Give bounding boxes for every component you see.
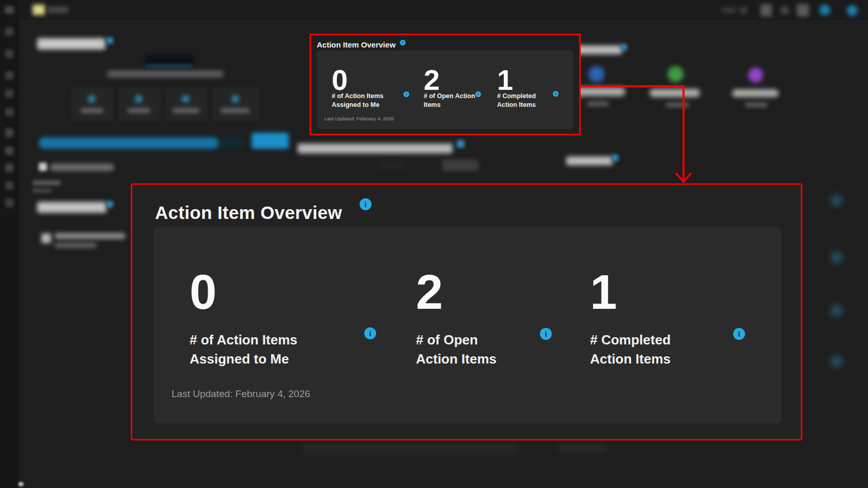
info-icon[interactable]	[830, 355, 843, 368]
info-icon[interactable]: i	[733, 328, 745, 340]
info-icon[interactable]: i	[364, 327, 376, 339]
app-logo-text	[47, 7, 69, 13]
sidebar-item-icon[interactable]	[5, 71, 13, 80]
info-icon-glyph: i	[369, 329, 371, 338]
search-label	[721, 7, 737, 13]
stat-value: 1	[497, 64, 513, 96]
search-icon[interactable]	[740, 7, 747, 14]
card-panel: 0 2 1 # of Action Items Assigned to Me #…	[153, 227, 782, 423]
list-item-icon	[41, 233, 51, 243]
list-item-subtext	[54, 243, 97, 248]
tile-label	[221, 108, 250, 113]
stat-label-line: Items	[424, 101, 475, 109]
dashboard-screenshot: Action Item Overview i 0 2 1 # of Action…	[0, 0, 868, 488]
stat-tile	[72, 88, 113, 121]
blurred-footer-bar	[302, 444, 519, 454]
stat-label-line: Assigned to Me	[332, 101, 383, 109]
info-icon-glyph: i	[406, 92, 407, 97]
stat-label: # Completed Action Items	[590, 330, 671, 369]
person-icon	[231, 95, 239, 103]
stat-tile	[213, 88, 258, 121]
stat-tile	[166, 88, 207, 121]
info-icon[interactable]	[830, 305, 843, 317]
info-icon[interactable]	[830, 251, 843, 263]
edit-icon[interactable]	[621, 44, 627, 51]
stat-value: 1	[590, 266, 617, 318]
tile-label	[173, 108, 199, 113]
sidebar-item-icon[interactable]	[5, 89, 13, 98]
info-icon[interactable]: i	[404, 91, 409, 97]
stat-label-line: Action Items	[590, 350, 671, 369]
stat-label-line: Action Items	[497, 101, 536, 109]
blurred-control[interactable]	[442, 160, 478, 171]
info-icon[interactable]	[830, 194, 843, 207]
stat-tile	[119, 88, 160, 121]
tile-label	[128, 108, 150, 113]
blurred-tab-button[interactable]	[145, 55, 193, 66]
info-icon[interactable]: i	[475, 91, 481, 97]
stat-value: 2	[424, 64, 440, 96]
stat-label-line: Action Items	[416, 350, 497, 369]
sidebar-item-icon[interactable]	[5, 199, 13, 207]
sidebar-item-icon[interactable]	[5, 147, 13, 155]
sidebar-item-icon[interactable]	[5, 129, 13, 137]
status-circle-blue	[588, 66, 605, 82]
sidebar-item-icon[interactable]	[5, 108, 13, 116]
stat-value: 0	[190, 266, 216, 318]
status-label	[732, 89, 779, 97]
sidebar-item-icon[interactable]	[5, 50, 13, 58]
action-item-overview-card-zoomed: Action Item Overview i 0 2 1 # of Action…	[131, 183, 802, 440]
stat-label-line: # of Open	[416, 330, 497, 350]
edit-icon[interactable]	[106, 201, 113, 208]
stat-label: # Completed Action Items	[497, 92, 536, 109]
blurred-progress-fill	[39, 137, 219, 149]
scroll-indicator[interactable]	[19, 482, 23, 486]
action-item-overview-card: Action Item Overview i 0 2 1 # of Action…	[309, 34, 581, 135]
stat-label-line: # Completed	[590, 330, 671, 350]
info-icon-glyph: i	[738, 329, 740, 338]
info-icon[interactable]: i	[360, 198, 371, 210]
person-icon	[88, 95, 96, 103]
blurred-control[interactable]	[379, 161, 405, 170]
toolbar-icon[interactable]	[781, 6, 789, 14]
stat-label-line: # of Action Items	[190, 330, 298, 350]
person-icon	[182, 95, 190, 103]
stat-label: # of Open Action Items	[416, 330, 497, 369]
checkbox[interactable]	[39, 163, 47, 171]
notification-icon[interactable]	[819, 5, 830, 15]
toolbar-icon[interactable]	[797, 4, 809, 17]
stat-label: # of Action Items Assigned to Me	[190, 330, 298, 369]
info-icon[interactable]: i	[400, 40, 406, 45]
list-item-text	[54, 233, 126, 239]
info-icon[interactable]: i	[540, 328, 552, 340]
tab-active-underline	[146, 65, 192, 67]
info-icon-glyph: i	[402, 40, 403, 45]
last-updated-text: Last Updated: February 4, 2026	[324, 116, 394, 121]
blurred-primary-button[interactable]	[252, 133, 289, 149]
edit-icon[interactable]	[106, 37, 113, 44]
sidebar-item-icon[interactable]	[5, 164, 13, 172]
stat-label: # of Open Action Items	[424, 92, 475, 109]
card-panel: 0 2 1 # of Action Items Assigned to Me #…	[317, 51, 574, 129]
menu-icon[interactable]	[5, 6, 14, 14]
tile-label	[81, 108, 103, 113]
stat-value: 2	[416, 266, 443, 318]
blurred-section-title	[298, 144, 453, 153]
sidebar-item-icon[interactable]	[5, 181, 13, 190]
small-text	[32, 180, 61, 185]
info-icon-glyph: i	[364, 200, 366, 209]
avatar[interactable]	[847, 5, 858, 16]
info-icon-glyph: i	[545, 329, 547, 338]
info-icon[interactable]: i	[553, 91, 559, 97]
stat-label-line: # of Action Items	[332, 92, 383, 101]
stat-label-line: # of Open Action	[424, 92, 475, 101]
app-logo	[33, 5, 45, 15]
checkbox-label	[50, 164, 114, 171]
toolbar-icon[interactable]	[761, 4, 772, 17]
sidebar-item-icon[interactable]	[5, 27, 13, 36]
card-title: Action Item Overview	[155, 202, 342, 223]
stat-value: 0	[332, 64, 348, 96]
info-icon-glyph: i	[555, 91, 556, 96]
edit-icon[interactable]	[457, 140, 464, 148]
blurred-page-title	[37, 38, 105, 50]
